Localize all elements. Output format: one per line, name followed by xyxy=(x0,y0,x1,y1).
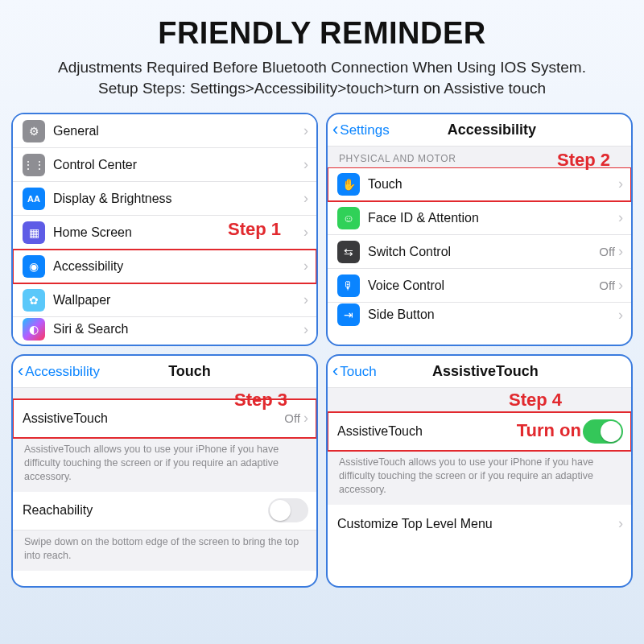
panel-step-2: Step 2 ‹ Settings Accessibility PHYSICAL… xyxy=(326,113,633,346)
page-subtitle: Adjustments Required Before Bluetooth Co… xyxy=(11,57,633,98)
row-label: General xyxy=(53,124,303,138)
chevron-right-icon: › xyxy=(618,243,623,260)
gear-icon: ⚙︎ xyxy=(23,120,45,142)
row-label: Touch xyxy=(368,177,618,192)
sliders-icon: ⋮⋮ xyxy=(23,154,45,176)
panel-step-3: Step 3 ‹ Accessibility Touch AssistiveTo… xyxy=(11,354,318,588)
footer-note: AssistiveTouch allows you to use your iP… xyxy=(13,438,316,492)
settings-row[interactable]: ⇥Side Button› xyxy=(328,303,631,327)
row-label: Wallpaper xyxy=(53,293,303,308)
button-icon: ⇥ xyxy=(337,303,360,326)
row-label: Voice Control xyxy=(368,279,599,293)
grid-icon: ▦ xyxy=(23,221,45,244)
settings-row[interactable]: ✋Touch› xyxy=(328,167,631,201)
turn-on-label: Turn on xyxy=(517,420,581,441)
flower-icon: ✿ xyxy=(23,289,45,312)
chevron-right-icon: › xyxy=(303,122,308,139)
chevron-right-icon: › xyxy=(618,277,623,294)
face-icon: ☺ xyxy=(337,207,360,229)
row-value: Off xyxy=(599,279,615,292)
footer-note: AssistiveTouch allows you to use your iP… xyxy=(328,451,631,505)
nav-title: Accessibility xyxy=(357,122,626,138)
chevron-right-icon: › xyxy=(303,190,308,207)
settings-row[interactable]: ⚙︎General› xyxy=(13,114,316,148)
row-customize-menu[interactable]: Customize Top Level Menu › xyxy=(328,505,631,543)
settings-row[interactable]: AADisplay & Brightness› xyxy=(13,182,316,216)
settings-row[interactable]: ✿Wallpaper› xyxy=(13,283,316,317)
row-value: Off xyxy=(599,245,615,258)
subtitle-line: Setup Steps: Settings>Accessibility>touc… xyxy=(98,80,546,97)
row-label: Switch Control xyxy=(368,245,599,259)
chevron-right-icon: › xyxy=(303,224,308,241)
step-badge: Step 3 xyxy=(234,390,287,411)
panel-step-4: Step 4 ‹ Touch AssistiveTouch Turn on As… xyxy=(326,354,633,588)
row-label: Face ID & Attention xyxy=(368,211,618,225)
nav-bar: ‹ Settings Accessibility xyxy=(328,114,631,147)
row-label: Side Button xyxy=(368,308,618,322)
settings-row[interactable]: ⇆Switch ControlOff› xyxy=(328,235,631,269)
nav-title: Touch xyxy=(68,363,312,380)
toggle-reachability[interactable] xyxy=(268,498,308,522)
step-badge: Step 2 xyxy=(557,150,610,171)
row-reachability[interactable]: Reachability xyxy=(13,492,316,530)
settings-row[interactable]: ◐Siri & Search› xyxy=(13,317,316,341)
siri-icon: ◐ xyxy=(23,318,45,341)
row-label: Customize Top Level Menu xyxy=(337,517,618,531)
row-label: AssistiveTouch xyxy=(23,411,284,426)
row-value: Off xyxy=(284,411,300,425)
chevron-right-icon: › xyxy=(303,291,308,308)
row-assistivetouch-toggle[interactable]: AssistiveTouch xyxy=(328,412,631,451)
chevron-left-icon: ‹ xyxy=(18,362,23,380)
chevron-right-icon: › xyxy=(618,175,623,192)
row-label: Reachability xyxy=(23,503,268,518)
row-label: Accessibility xyxy=(53,259,303,274)
chevron-right-icon: › xyxy=(618,515,623,532)
nav-title: AssistiveTouch xyxy=(345,363,626,380)
chevron-right-icon: › xyxy=(303,410,308,427)
chevron-right-icon: › xyxy=(618,209,623,226)
chevron-right-icon: › xyxy=(303,156,308,173)
step-badge: Step 1 xyxy=(228,219,281,240)
settings-row[interactable]: ⋮⋮Control Center› xyxy=(13,148,316,182)
row-label: Control Center xyxy=(53,158,303,172)
row-label: Siri & Search xyxy=(53,322,303,336)
aa-icon: AA xyxy=(23,188,45,210)
panel-step-1: Step 1 ⚙︎General›⋮⋮Control Center›AADisp… xyxy=(11,113,318,346)
chevron-right-icon: › xyxy=(303,321,308,338)
chevron-left-icon: ‹ xyxy=(332,121,338,138)
nav-bar: ‹ Touch AssistiveTouch xyxy=(328,356,631,388)
chevron-left-icon: ‹ xyxy=(332,362,338,380)
settings-row[interactable]: 🎙Voice ControlOff› xyxy=(328,269,631,303)
settings-row[interactable]: ☺Face ID & Attention› xyxy=(328,201,631,235)
chevron-right-icon: › xyxy=(303,258,308,275)
voice-icon: 🎙 xyxy=(337,275,360,297)
footer-note: Swipe down on the bottom edge of the scr… xyxy=(13,530,316,571)
toggle-assistivetouch[interactable] xyxy=(583,419,623,444)
accessibility-icon: ◉ xyxy=(23,255,45,278)
hand-icon: ✋ xyxy=(337,173,360,196)
page-title: FRIENDLY REMINDER xyxy=(11,16,633,51)
step-badge: Step 4 xyxy=(509,390,562,411)
row-label: Display & Brightness xyxy=(53,192,303,206)
settings-row[interactable]: ◉Accessibility› xyxy=(13,250,316,283)
chevron-right-icon: › xyxy=(618,307,623,324)
switch-icon: ⇆ xyxy=(337,241,360,263)
subtitle-line: Adjustments Required Before Bluetooth Co… xyxy=(58,59,586,76)
nav-bar: ‹ Accessibility Touch xyxy=(13,356,316,388)
